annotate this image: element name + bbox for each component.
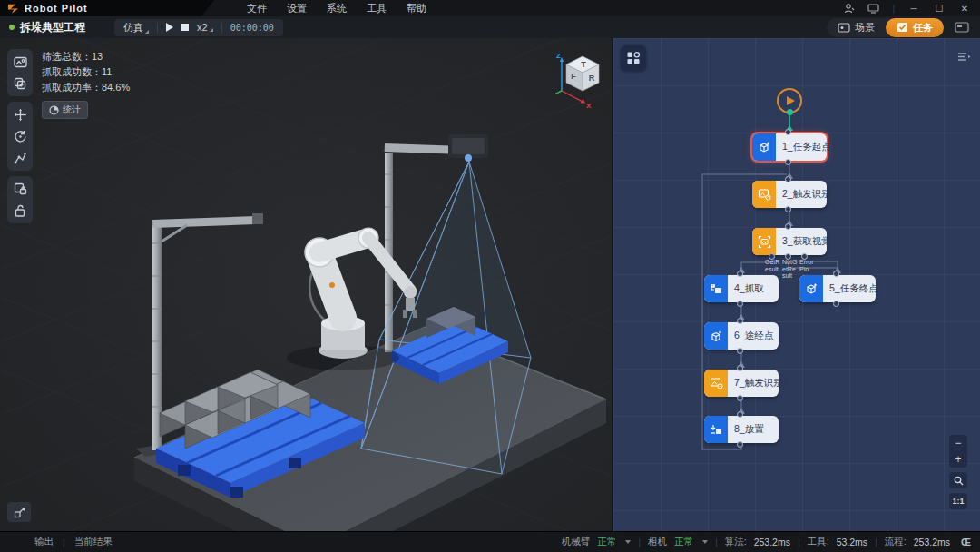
statistics-button[interactable]: 统计 — [42, 101, 88, 119]
output-port[interactable] — [737, 395, 743, 401]
cube-icon — [799, 275, 823, 302]
input-port[interactable] — [785, 129, 791, 135]
zoom-in-button[interactable]: + — [949, 451, 967, 468]
output-port[interactable] — [737, 441, 743, 448]
port-label-errorpin: ErrorPin — [799, 259, 816, 272]
stop-button[interactable] — [181, 24, 189, 31]
sort-list-icon — [957, 52, 971, 62]
layers-add-button[interactable] — [9, 74, 31, 94]
port-label-notgetresult: NotGetResult — [782, 259, 799, 280]
cube-plus-icon — [752, 133, 776, 161]
path-tool-button[interactable] — [9, 148, 31, 168]
output-port[interactable] — [785, 206, 791, 212]
algo-time-value: 253.2ms — [754, 537, 790, 547]
input-port[interactable] — [785, 176, 791, 182]
flow-node-waypoint[interactable]: 6_途经点 — [704, 322, 779, 350]
flow-node-task-start[interactable]: 1_任务起点 — [752, 133, 827, 161]
rotate-tool-button[interactable] — [9, 126, 31, 146]
menu-system[interactable]: 系统 — [327, 2, 347, 15]
flow-node-task-end[interactable]: 5_任务终点 — [799, 275, 876, 302]
speed-dropdown[interactable]: x2 — [197, 22, 213, 33]
task-flow-panel[interactable]: 1_任务起点 2_触发识别 3_获取视觉 GetResult NotGetRes… — [612, 38, 980, 531]
node-library-icon — [626, 51, 641, 65]
robot-status-label: 机械臂 — [562, 536, 591, 548]
flow-start-node[interactable] — [777, 88, 802, 113]
close-button[interactable]: ✕ — [958, 4, 971, 14]
flow-node-place[interactable]: 8_放置 — [704, 416, 779, 443]
chevron-down-icon[interactable] — [625, 540, 631, 544]
dropdown-corner-icon — [145, 30, 149, 34]
divider: | — [875, 537, 877, 547]
flow-time-value: 253.2ms — [914, 537, 950, 547]
output-port[interactable] — [785, 159, 791, 165]
output-port[interactable] — [833, 301, 839, 307]
start-output-port[interactable] — [787, 109, 793, 115]
chevron-down-icon[interactable] — [702, 540, 708, 544]
zoom-out-button[interactable]: − — [949, 435, 967, 451]
project-status-dot — [9, 25, 15, 30]
zoom-search-button[interactable] — [949, 472, 967, 488]
menu-file[interactable]: 文件 — [247, 2, 267, 15]
input-port[interactable] — [737, 365, 743, 371]
unlock-layer-button[interactable] — [9, 201, 31, 221]
output-port[interactable] — [737, 301, 743, 307]
camera-unit[interactable] — [448, 134, 488, 162]
panel-toggle-button[interactable] — [951, 19, 973, 35]
divider: | — [892, 4, 895, 14]
view-toggle: 场景 任务 — [827, 18, 944, 37]
flow-node-trigger-recognition-2[interactable]: 7_触发识别2 — [704, 370, 779, 397]
output-tab[interactable]: 输出 — [34, 536, 54, 548]
flow-node-trigger-recognition[interactable]: 2_触发识别 — [752, 181, 827, 208]
sim-mode-dropdown[interactable]: 仿真 — [123, 21, 149, 34]
viewcube-top-label[interactable]: T — [581, 60, 586, 69]
input-port[interactable] — [737, 318, 743, 324]
current-result-tab[interactable]: 当前结果 — [74, 536, 113, 548]
scene-tab[interactable]: 场景 — [827, 18, 886, 37]
expand-output-button[interactable] — [7, 502, 31, 522]
input-port[interactable] — [785, 223, 791, 230]
task-tab[interactable]: 任务 — [886, 18, 944, 37]
viewcube-front-label[interactable]: F — [571, 72, 576, 81]
divider: | — [63, 537, 65, 547]
toolbar: 拆垛典型工程 仿真 x2 00:00:00 场景 — [0, 16, 980, 38]
monitor-icon[interactable] — [867, 4, 879, 14]
3d-viewport[interactable]: 筛选总数：13 抓取成功数：11 抓取成功率：84.6% 统计 T F R — [0, 38, 612, 531]
flow-node-get-vision[interactable]: 3_获取视觉 — [752, 228, 827, 255]
divider: | — [798, 537, 800, 547]
sim-timer: 00:00:00 — [230, 23, 274, 33]
capture-frame-icon — [752, 228, 776, 255]
lock-layer-button[interactable] — [9, 179, 31, 199]
view-cube[interactable]: T F R Z X — [555, 49, 608, 109]
user-icon[interactable] — [844, 3, 855, 14]
input-port[interactable] — [737, 411, 743, 418]
output-port[interactable] — [737, 348, 743, 354]
menu-help[interactable]: 帮助 — [407, 2, 426, 15]
status-bar: 输出 | 当前结果 机械臂 正常 | 相机 正常 | 算法: 253.2ms |… — [0, 531, 980, 552]
input-port[interactable] — [737, 271, 743, 277]
node-library-button[interactable] — [621, 45, 646, 71]
flow-menu-button[interactable] — [957, 49, 971, 65]
play-button[interactable] — [166, 23, 173, 32]
stats-overlay: 筛选总数：13 抓取成功数：11 抓取成功率：84.6% 统计 — [42, 49, 130, 120]
maximize-button[interactable]: ☐ — [933, 4, 946, 14]
panel-icon — [955, 22, 969, 33]
viewport-toolbar — [7, 49, 33, 223]
camera-status-value[interactable]: 正常 — [674, 536, 693, 548]
port-label-getresult: GetResult — [765, 259, 781, 272]
viewcube-right-label[interactable]: R — [589, 74, 595, 83]
flow-time-label: 流程: — [885, 536, 906, 548]
input-port[interactable] — [833, 271, 839, 277]
robot-status-value[interactable]: 正常 — [597, 536, 616, 548]
menu-bar: 文件 设置 系统 工具 帮助 — [247, 2, 426, 15]
move-tool-button[interactable] — [9, 104, 31, 124]
zoom-reset-button[interactable]: 1:1 — [949, 493, 967, 509]
minimize-button[interactable]: ─ — [907, 4, 920, 14]
flow-node-grab[interactable]: 4_抓取 — [704, 275, 779, 302]
brand-mark: Œ — [961, 537, 971, 547]
view-capture-button[interactable] — [9, 52, 31, 72]
menu-settings[interactable]: 设置 — [287, 2, 307, 15]
menu-tools[interactable]: 工具 — [367, 2, 387, 15]
stat-success-rate: 抓取成功率：84.6% — [42, 80, 130, 95]
project-title: 拆垛典型工程 — [0, 20, 91, 35]
photo-refresh-icon — [704, 370, 728, 397]
